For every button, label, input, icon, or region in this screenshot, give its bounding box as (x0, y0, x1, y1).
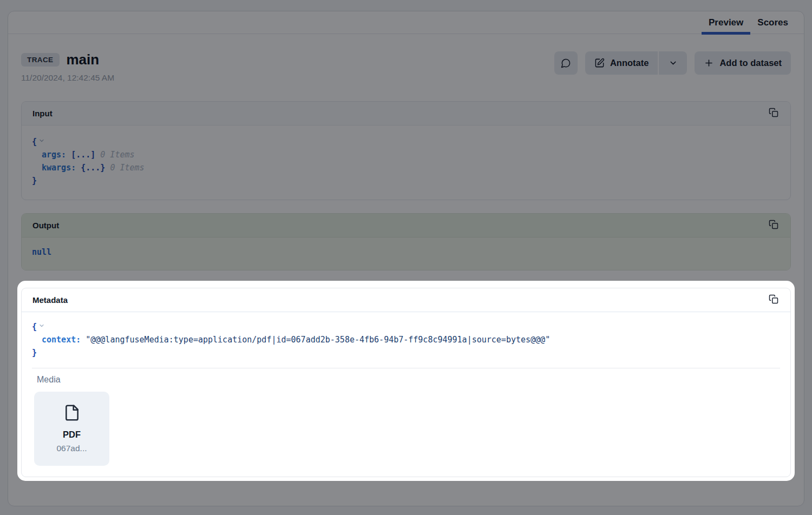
metadata-copy-button[interactable] (768, 293, 780, 307)
json-entry-args: args:[...]0 Items (32, 148, 780, 161)
plus-icon (704, 58, 714, 68)
chevron-down-icon (669, 58, 678, 68)
trace-actions: Annotate (554, 51, 791, 75)
output-copy-button[interactable] (768, 219, 780, 232)
annotate-dropdown-button[interactable] (659, 51, 687, 75)
output-panel-title: Output (32, 221, 59, 230)
annotate-button[interactable]: Annotate (585, 51, 658, 75)
annotate-button-label: Annotate (610, 58, 649, 68)
copy-icon (769, 294, 778, 306)
collapse-chevron-icon[interactable] (38, 136, 45, 146)
media-section-label: Media (37, 375, 780, 385)
json-open-line: { (32, 135, 780, 148)
tab-bar: Preview Scores (8, 11, 804, 34)
media-pdf-card[interactable]: PDF 067ad... (34, 392, 109, 466)
media-file-name: 067ad... (56, 444, 87, 453)
active-tab-underline (702, 32, 750, 35)
output-panel: Output null (21, 213, 791, 270)
output-json-viewer: null (22, 237, 790, 270)
trace-detail-card: Preview Scores TRACE main 11/20/2024, 12… (8, 11, 804, 506)
comment-icon (560, 58, 571, 69)
output-panel-header: Output (22, 214, 790, 237)
add-to-dataset-button[interactable]: Add to dataset (695, 51, 791, 75)
copy-icon (769, 108, 778, 119)
metadata-json-viewer: { context:"@@@langfuseMedia:type=applica… (32, 320, 780, 359)
trace-content: TRACE main 11/20/2024, 12:42:45 AM (8, 34, 804, 481)
page-title: main (67, 51, 100, 68)
comment-button[interactable] (554, 51, 578, 75)
collapse-chevron-icon[interactable] (38, 321, 45, 331)
json-close-line: } (32, 174, 780, 187)
trace-header: TRACE main 11/20/2024, 12:42:45 AM (21, 51, 791, 83)
media-section: Media PDF 067ad... (32, 368, 780, 466)
metadata-panel-body: { context:"@@@langfuseMedia:type=applica… (22, 312, 790, 477)
tab-scores-label: Scores (757, 17, 788, 28)
input-copy-button[interactable] (768, 107, 780, 120)
metadata-panel: Metadata { context:"@@@langfuseMedi (21, 288, 791, 477)
json-open-line: { (32, 320, 780, 333)
json-close-line: } (32, 346, 780, 359)
input-json-viewer: { args:[...]0 Items kwargs:{...}0 Items … (22, 126, 790, 200)
json-entry-kwargs: kwargs:{...}0 Items (32, 161, 780, 174)
input-panel-header: Input (22, 102, 790, 126)
trace-badge: TRACE (21, 53, 60, 67)
json-entry-context: context:"@@@langfuseMedia:type=applicati… (32, 333, 780, 346)
trace-title-line: TRACE main (21, 51, 114, 68)
file-document-icon (63, 404, 81, 424)
tab-scores[interactable]: Scores (750, 11, 795, 34)
metadata-panel-title: Metadata (32, 295, 68, 305)
copy-icon (769, 220, 778, 231)
trace-timestamp: 11/20/2024, 12:42:45 AM (21, 73, 114, 83)
edit-pencil-icon (594, 58, 605, 68)
trace-header-left: TRACE main 11/20/2024, 12:42:45 AM (21, 51, 114, 83)
output-null-value: null (32, 246, 780, 259)
annotate-split-button: Annotate (585, 51, 687, 75)
tab-preview-label: Preview (709, 17, 743, 28)
input-panel: Input { args:[...]0 Items kwargs:{...}0 … (21, 101, 791, 200)
add-to-dataset-label: Add to dataset (719, 58, 782, 68)
media-file-type: PDF (63, 430, 81, 440)
metadata-spotlight: Metadata { context:"@@@langfuseMedi (17, 281, 795, 481)
metadata-panel-header: Metadata (22, 288, 790, 312)
tab-preview[interactable]: Preview (702, 11, 750, 34)
input-panel-title: Input (32, 109, 53, 118)
